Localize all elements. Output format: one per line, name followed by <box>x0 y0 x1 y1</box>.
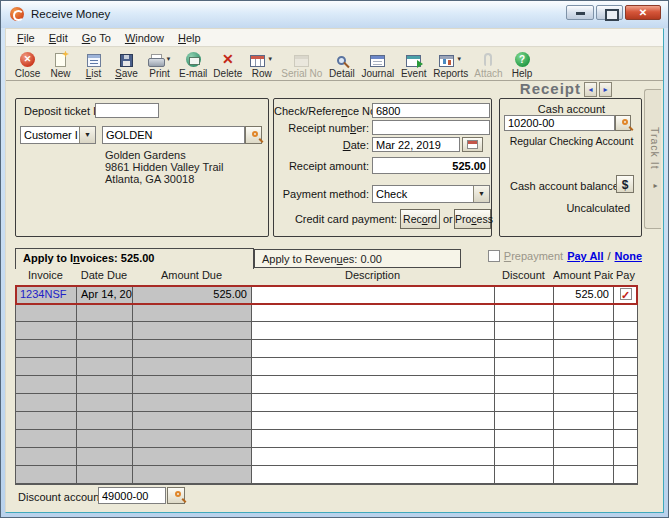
deposit-ticket-input[interactable] <box>95 103 159 118</box>
cell-description[interactable] <box>252 466 495 484</box>
title-bar[interactable]: Receive Money <box>1 1 668 28</box>
cell-amount-paid[interactable] <box>554 304 614 322</box>
customer-id-input[interactable] <box>102 126 245 144</box>
cell-description[interactable] <box>252 340 495 358</box>
cell-description[interactable] <box>252 448 495 466</box>
toolbar-print-button[interactable]: ▼Print <box>143 50 176 79</box>
cell-pay[interactable] <box>614 394 637 412</box>
cell-description[interactable] <box>252 286 495 304</box>
chevron-down-icon[interactable] <box>79 127 95 143</box>
toolbar-event-button[interactable]: Event <box>397 50 430 79</box>
cell-discount[interactable] <box>495 412 554 430</box>
toolbar-detail-button[interactable]: Detail <box>325 50 358 79</box>
process-button[interactable]: Process <box>454 209 491 229</box>
cell-discount[interactable] <box>495 376 554 394</box>
customer-lookup-button[interactable] <box>245 126 262 144</box>
cell-pay[interactable] <box>614 448 637 466</box>
cell-discount[interactable] <box>495 286 554 304</box>
receipt-number-input[interactable] <box>372 120 490 135</box>
cell-amount-paid[interactable] <box>554 394 614 412</box>
tab-apply-to-revenues[interactable]: Apply to Revenues: 0.00 <box>254 249 461 268</box>
cell-discount[interactable] <box>495 322 554 340</box>
cell-description[interactable] <box>252 304 495 322</box>
cell-amount-paid[interactable] <box>554 322 614 340</box>
cell-amount-paid[interactable] <box>554 466 614 484</box>
cell-amount-paid[interactable]: 525.00 <box>554 286 614 304</box>
close-window-button[interactable] <box>625 5 661 20</box>
toolbar-close-button[interactable]: Close <box>11 50 44 79</box>
cell-discount[interactable] <box>495 466 554 484</box>
check-reference-input[interactable] <box>372 103 490 118</box>
cell-discount[interactable] <box>495 358 554 376</box>
cell-amount-paid[interactable] <box>554 430 614 448</box>
cell-discount[interactable] <box>495 304 554 322</box>
cell-description[interactable] <box>252 358 495 376</box>
toolbar-row-button[interactable]: ▼Row <box>245 50 278 79</box>
menu-edit[interactable]: Edit <box>42 30 75 46</box>
cell-pay[interactable] <box>614 340 637 358</box>
discount-account-input[interactable] <box>98 487 166 504</box>
toolbar-help-button[interactable]: Help <box>506 50 539 79</box>
date-input[interactable] <box>372 137 460 152</box>
cell-discount[interactable] <box>495 430 554 448</box>
cell-amount-paid[interactable] <box>554 340 614 358</box>
cell-description[interactable] <box>252 376 495 394</box>
discount-account-lookup-button[interactable] <box>167 487 185 504</box>
cell-pay[interactable] <box>614 430 637 448</box>
cell-description[interactable] <box>252 412 495 430</box>
toolbar-list-button[interactable]: List <box>77 50 110 79</box>
maximize-button[interactable] <box>596 5 623 20</box>
record-button[interactable]: Record <box>400 209 440 229</box>
receipt-details-group-box: Check/Reference No.: Receipt number: Dat… <box>273 98 492 237</box>
toolbar-attach-button: Attach <box>471 50 505 79</box>
minimize-button[interactable] <box>566 5 594 20</box>
toolbar-journal-button[interactable]: Journal <box>358 50 397 79</box>
cell-pay[interactable] <box>614 412 637 430</box>
payment-method-select[interactable]: Check <box>372 185 490 203</box>
menu-window[interactable]: Window <box>118 30 171 46</box>
track-it-tab[interactable]: Track It ▸ <box>644 89 661 229</box>
cell-discount[interactable] <box>495 448 554 466</box>
tab-apply-to-invoices[interactable]: Apply to Invoices: 525.00 <box>15 248 254 269</box>
cash-account-lookup-button[interactable] <box>615 115 631 131</box>
cell-pay[interactable] <box>614 466 637 484</box>
toolbar-reports-button[interactable]: ▼Reports <box>430 50 471 79</box>
cell-pay[interactable] <box>614 304 637 322</box>
invoice-number-link[interactable]: 1234NSF <box>20 288 66 300</box>
menu-file[interactable]: File <box>10 30 42 46</box>
dropdown-arrow-icon[interactable]: ▼ <box>267 56 273 62</box>
cell-discount[interactable] <box>495 340 554 358</box>
date-picker-button[interactable] <box>462 137 483 152</box>
cell-amount-paid[interactable] <box>554 412 614 430</box>
cell-pay[interactable] <box>614 322 637 340</box>
toolbar-save-button[interactable]: Save <box>110 50 143 79</box>
previous-record-button[interactable] <box>584 82 597 97</box>
cell-description[interactable] <box>252 394 495 412</box>
cell-pay[interactable] <box>614 376 637 394</box>
cash-balance-button[interactable] <box>616 175 634 193</box>
menu-go-to[interactable]: Go To <box>75 30 118 46</box>
toolbar-new-button[interactable]: New <box>44 50 77 79</box>
prepayment-checkbox[interactable] <box>488 250 500 262</box>
chevron-down-icon[interactable] <box>473 186 489 202</box>
dropdown-arrow-icon[interactable]: ▼ <box>456 56 462 62</box>
pay-none-link[interactable]: None <box>615 250 643 262</box>
customer-id-selector[interactable]: Customer ID <box>20 126 96 144</box>
receipt-amount-input[interactable] <box>372 157 490 174</box>
toolbar-email-button[interactable]: E-mail <box>176 50 210 79</box>
next-record-button[interactable] <box>599 82 612 97</box>
cell-amount-paid[interactable] <box>554 358 614 376</box>
pay-checkbox[interactable] <box>620 288 632 300</box>
toolbar-delete-button[interactable]: Delete <box>210 50 245 79</box>
cell-discount[interactable] <box>495 394 554 412</box>
dropdown-arrow-icon[interactable]: ▼ <box>166 56 172 62</box>
cash-account-input[interactable] <box>504 115 615 131</box>
cell-amount-paid[interactable] <box>554 448 614 466</box>
cell-pay[interactable] <box>614 286 637 304</box>
pay-all-link[interactable]: Pay All <box>567 250 603 262</box>
menu-help[interactable]: Help <box>171 30 208 46</box>
cell-description[interactable] <box>252 430 495 448</box>
cell-pay[interactable] <box>614 358 637 376</box>
cell-description[interactable] <box>252 322 495 340</box>
cell-amount-paid[interactable] <box>554 376 614 394</box>
